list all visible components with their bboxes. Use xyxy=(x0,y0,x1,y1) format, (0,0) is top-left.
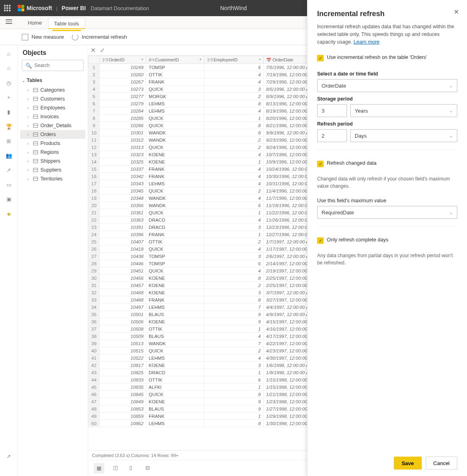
cell[interactable]: 10279 xyxy=(100,100,146,107)
cell[interactable]: MORGK xyxy=(146,93,204,100)
cell[interactable]: 10312 xyxy=(100,136,146,144)
cell[interactable]: 10456 xyxy=(100,275,146,282)
cell[interactable]: 10817 xyxy=(100,362,146,369)
cell[interactable]: 10313 xyxy=(100,144,146,151)
cell[interactable]: 10451 xyxy=(100,267,146,275)
cell[interactable]: 2 xyxy=(204,144,263,151)
cell[interactable]: FRANK xyxy=(146,413,204,420)
cell[interactable]: DRACD xyxy=(146,369,204,376)
cell[interactable]: 4 xyxy=(204,107,263,115)
cell[interactable]: 1 xyxy=(204,384,263,391)
cell[interactable]: 3 xyxy=(204,86,263,93)
cell[interactable]: WANDK xyxy=(146,340,204,347)
cell[interactable]: 10325 xyxy=(100,158,146,166)
column-dropdown-icon[interactable]: ▾ xyxy=(141,57,143,61)
storage-period-unit-select[interactable]: Years ⌄ xyxy=(350,104,457,117)
column-header[interactable]: AᵇcCustomerID▾ xyxy=(146,56,204,64)
cell[interactable]: QUICK xyxy=(146,115,204,122)
learn-more-link[interactable]: Learn more xyxy=(353,39,379,45)
cell[interactable]: 2 xyxy=(204,238,263,245)
cell[interactable]: 1 xyxy=(204,158,263,166)
cell[interactable]: 10508 xyxy=(100,325,146,333)
cell[interactable]: 10522 xyxy=(100,354,146,362)
cell[interactable]: 4 xyxy=(204,267,263,275)
cell[interactable]: QUICK xyxy=(146,391,204,398)
cell[interactable]: 10859 xyxy=(100,413,146,420)
workspaces-icon[interactable]: ▣ xyxy=(5,195,13,203)
cell[interactable]: WANDK xyxy=(146,136,204,144)
cell[interactable]: KOENE xyxy=(146,289,204,296)
cell[interactable]: 4 xyxy=(204,333,263,340)
goals-icon[interactable]: 🏆 xyxy=(5,123,13,130)
cell[interactable]: 10396 xyxy=(100,231,146,238)
cell[interactable]: 10509 xyxy=(100,333,146,340)
app-launcher-icon[interactable] xyxy=(4,5,11,11)
cell[interactable]: 8 xyxy=(204,100,263,107)
diagram-view-button[interactable]: ◫ xyxy=(113,465,120,472)
cell[interactable]: BLAUS xyxy=(146,311,204,318)
cell[interactable]: WANDK xyxy=(146,195,204,202)
column-header[interactable]: 1²3EmployeeID▾ xyxy=(204,56,263,64)
cell[interactable]: DRACD xyxy=(146,216,204,224)
use-incremental-checkbox-row[interactable]: ✓ Use incremental refresh on the table '… xyxy=(317,55,457,61)
cell[interactable]: 8 xyxy=(204,420,263,427)
cell[interactable]: 3 xyxy=(204,289,263,296)
cell[interactable]: 10391 xyxy=(100,224,146,231)
cell[interactable]: 2 xyxy=(204,136,263,144)
cell[interactable]: QUICK xyxy=(146,144,204,151)
table-node-suppliers[interactable]: ›Suppliers xyxy=(20,166,85,174)
datasets-icon[interactable]: ▮ xyxy=(5,108,13,115)
cell[interactable]: 10343 xyxy=(100,180,146,187)
cell[interactable]: 10361 xyxy=(100,209,146,216)
cell[interactable]: OTTIK xyxy=(146,325,204,333)
cell[interactable]: TOMSP xyxy=(146,260,204,267)
cell[interactable]: 9 xyxy=(204,398,263,405)
cancel-button[interactable]: Cancel xyxy=(426,457,457,470)
cell[interactable]: 8 xyxy=(204,296,263,304)
cell[interactable]: KOENE xyxy=(146,318,204,325)
cell[interactable]: 6 xyxy=(204,260,263,267)
cell[interactable]: 10833 xyxy=(100,376,146,384)
cell[interactable]: 2 xyxy=(204,93,263,100)
cell[interactable]: 4 xyxy=(204,180,263,187)
home-icon[interactable]: ⌂ xyxy=(5,50,13,57)
cell[interactable]: DRACD xyxy=(146,224,204,231)
cell[interactable]: 10862 xyxy=(100,420,146,427)
cell[interactable]: 10438 xyxy=(100,253,146,260)
column-dropdown-icon[interactable]: ▾ xyxy=(259,57,261,61)
cell[interactable]: 10418 xyxy=(100,245,146,253)
cell[interactable]: 2 xyxy=(204,347,263,354)
cell[interactable]: 4 xyxy=(204,173,263,180)
cell[interactable]: 10849 xyxy=(100,398,146,405)
table-node-regions[interactable]: ›Regions xyxy=(20,148,85,157)
cell[interactable]: 10323 xyxy=(100,151,146,158)
cell[interactable]: BLAUS xyxy=(146,333,204,340)
cell[interactable]: KOENE xyxy=(146,158,204,166)
cell[interactable]: 9 xyxy=(204,318,263,325)
cell[interactable]: FRANK xyxy=(146,173,204,180)
cell[interactable]: 10506 xyxy=(100,318,146,325)
cell[interactable]: 4 xyxy=(204,78,263,86)
storage-period-number[interactable]: 3 xyxy=(317,104,347,117)
cell[interactable]: ALFKI xyxy=(146,384,204,391)
cell[interactable]: 10363 xyxy=(100,216,146,224)
cell[interactable]: 10513 xyxy=(100,340,146,347)
cell[interactable]: 3 xyxy=(204,362,263,369)
cell[interactable]: 8 xyxy=(204,391,263,398)
cell[interactable]: LEHMS xyxy=(146,100,204,107)
cell[interactable]: 7 xyxy=(204,304,263,311)
cell[interactable]: 10249 xyxy=(100,64,146,71)
cell[interactable]: 10348 xyxy=(100,195,146,202)
date-field-select[interactable]: OrderDate ⌄ xyxy=(317,79,457,92)
table-node-employees[interactable]: ›Employees xyxy=(20,103,85,112)
deployment-icon[interactable]: ↗ xyxy=(5,166,13,174)
cell[interactable]: 8 xyxy=(204,275,263,282)
cell[interactable]: QUICK xyxy=(146,347,204,354)
learn-icon[interactable]: ▭ xyxy=(5,181,13,188)
cell[interactable]: 10501 xyxy=(100,311,146,318)
save-button[interactable]: Save xyxy=(394,457,421,470)
cell[interactable]: 8 xyxy=(204,129,263,136)
table-node-products[interactable]: ›Products xyxy=(20,139,85,148)
cell[interactable]: 2 xyxy=(204,282,263,289)
complete-days-checkbox-row[interactable]: ✓ Only refresh complete days xyxy=(317,237,457,244)
